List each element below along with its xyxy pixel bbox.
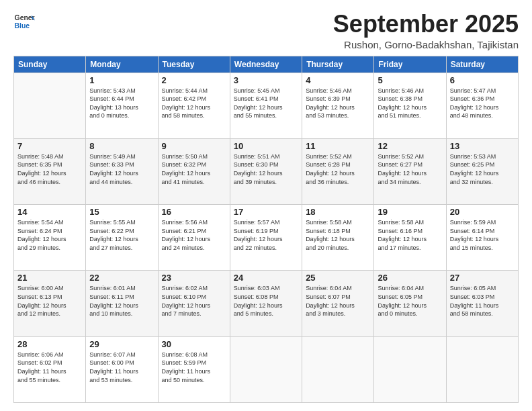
calendar-page: General Blue September 2025 Rushon, Gorn… (0, 0, 532, 411)
calendar-cell (374, 336, 446, 402)
calendar-cell: 22Sunrise: 6:01 AM Sunset: 6:11 PM Dayli… (86, 271, 158, 336)
day-info: Sunrise: 6:08 AM Sunset: 5:59 PM Dayligh… (162, 351, 226, 384)
logo-icon: General Blue (13, 11, 35, 32)
col-monday: Monday (86, 56, 158, 73)
day-number: 14 (17, 207, 82, 217)
calendar-cell: 18Sunrise: 5:58 AM Sunset: 6:18 PM Dayli… (302, 205, 374, 271)
day-info: Sunrise: 5:57 AM Sunset: 6:19 PM Dayligh… (234, 218, 298, 252)
calendar-cell: 20Sunrise: 5:59 AM Sunset: 6:14 PM Dayli… (446, 205, 518, 271)
calendar-cell: 8Sunrise: 5:49 AM Sunset: 6:33 PM Daylig… (86, 138, 158, 204)
col-saturday: Saturday (446, 56, 518, 73)
day-info: Sunrise: 6:00 AM Sunset: 6:13 PM Dayligh… (17, 284, 82, 318)
calendar-cell: 7Sunrise: 5:48 AM Sunset: 6:35 PM Daylig… (14, 138, 86, 204)
day-number: 29 (89, 339, 154, 349)
calendar-cell (230, 336, 302, 402)
location: Rushon, Gorno-Badakhshan, Tajikistan (333, 39, 519, 50)
day-number: 16 (162, 207, 226, 217)
calendar-week-3: 14Sunrise: 5:54 AM Sunset: 6:24 PM Dayli… (14, 205, 519, 271)
day-info: Sunrise: 5:52 AM Sunset: 6:28 PM Dayligh… (306, 152, 370, 186)
day-info: Sunrise: 5:45 AM Sunset: 6:41 PM Dayligh… (234, 87, 298, 120)
day-number: 2 (162, 75, 226, 85)
day-info: Sunrise: 5:56 AM Sunset: 6:21 PM Dayligh… (162, 218, 226, 252)
day-info: Sunrise: 6:01 AM Sunset: 6:11 PM Dayligh… (89, 284, 154, 318)
calendar-cell: 12Sunrise: 5:52 AM Sunset: 6:27 PM Dayli… (374, 138, 446, 204)
calendar-table: Sunday Monday Tuesday Wednesday Thursday… (13, 56, 519, 403)
day-number: 20 (450, 207, 515, 217)
month-title: September 2025 (333, 11, 519, 38)
calendar-cell: 16Sunrise: 5:56 AM Sunset: 6:21 PM Dayli… (158, 205, 230, 271)
col-thursday: Thursday (302, 56, 374, 73)
day-info: Sunrise: 5:43 AM Sunset: 6:44 PM Dayligh… (89, 87, 154, 120)
day-info: Sunrise: 6:04 AM Sunset: 6:05 PM Dayligh… (378, 284, 442, 318)
day-number: 22 (89, 273, 154, 283)
calendar-cell: 1Sunrise: 5:43 AM Sunset: 6:44 PM Daylig… (86, 73, 158, 138)
day-info: Sunrise: 6:07 AM Sunset: 6:00 PM Dayligh… (89, 351, 154, 384)
header-row: Sunday Monday Tuesday Wednesday Thursday… (14, 56, 519, 73)
calendar-week-4: 21Sunrise: 6:00 AM Sunset: 6:13 PM Dayli… (14, 271, 519, 336)
day-number: 7 (17, 141, 82, 151)
day-info: Sunrise: 6:02 AM Sunset: 6:10 PM Dayligh… (162, 284, 226, 318)
calendar-cell: 27Sunrise: 6:05 AM Sunset: 6:03 PM Dayli… (446, 271, 518, 336)
calendar-cell: 30Sunrise: 6:08 AM Sunset: 5:59 PM Dayli… (158, 336, 230, 402)
day-info: Sunrise: 5:49 AM Sunset: 6:33 PM Dayligh… (89, 152, 154, 186)
day-number: 12 (378, 141, 442, 151)
calendar-cell: 9Sunrise: 5:50 AM Sunset: 6:32 PM Daylig… (158, 138, 230, 204)
day-number: 15 (89, 207, 154, 217)
calendar-cell: 3Sunrise: 5:45 AM Sunset: 6:41 PM Daylig… (230, 73, 302, 138)
calendar-cell: 5Sunrise: 5:46 AM Sunset: 6:38 PM Daylig… (374, 73, 446, 138)
calendar-cell: 21Sunrise: 6:00 AM Sunset: 6:13 PM Dayli… (14, 271, 86, 336)
calendar-week-1: 1Sunrise: 5:43 AM Sunset: 6:44 PM Daylig… (14, 73, 519, 138)
day-number: 6 (450, 75, 515, 85)
col-friday: Friday (374, 56, 446, 73)
calendar-cell: 2Sunrise: 5:44 AM Sunset: 6:42 PM Daylig… (158, 73, 230, 138)
col-wednesday: Wednesday (230, 56, 302, 73)
calendar-cell: 10Sunrise: 5:51 AM Sunset: 6:30 PM Dayli… (230, 138, 302, 204)
calendar-cell (302, 336, 374, 402)
day-number: 10 (234, 141, 298, 151)
calendar-week-2: 7Sunrise: 5:48 AM Sunset: 6:35 PM Daylig… (14, 138, 519, 204)
title-block: September 2025 Rushon, Gorno-Badakhshan,… (333, 11, 519, 50)
day-info: Sunrise: 5:53 AM Sunset: 6:25 PM Dayligh… (450, 152, 515, 186)
day-info: Sunrise: 5:54 AM Sunset: 6:24 PM Dayligh… (17, 218, 82, 252)
day-number: 5 (378, 75, 442, 85)
day-number: 13 (450, 141, 515, 151)
day-number: 11 (306, 141, 370, 151)
calendar-cell: 15Sunrise: 5:55 AM Sunset: 6:22 PM Dayli… (86, 205, 158, 271)
calendar-cell: 26Sunrise: 6:04 AM Sunset: 6:05 PM Dayli… (374, 271, 446, 336)
calendar-cell: 29Sunrise: 6:07 AM Sunset: 6:00 PM Dayli… (86, 336, 158, 402)
day-number: 18 (306, 207, 370, 217)
logo: General Blue (13, 11, 35, 32)
calendar-cell (446, 336, 518, 402)
day-info: Sunrise: 5:46 AM Sunset: 6:38 PM Dayligh… (378, 87, 442, 120)
day-info: Sunrise: 5:55 AM Sunset: 6:22 PM Dayligh… (89, 218, 154, 252)
day-number: 4 (306, 75, 370, 85)
day-info: Sunrise: 5:44 AM Sunset: 6:42 PM Dayligh… (162, 87, 226, 120)
day-info: Sunrise: 6:03 AM Sunset: 6:08 PM Dayligh… (234, 284, 298, 318)
day-info: Sunrise: 5:52 AM Sunset: 6:27 PM Dayligh… (378, 152, 442, 186)
calendar-cell: 17Sunrise: 5:57 AM Sunset: 6:19 PM Dayli… (230, 205, 302, 271)
calendar-cell: 23Sunrise: 6:02 AM Sunset: 6:10 PM Dayli… (158, 271, 230, 336)
calendar-cell: 25Sunrise: 6:04 AM Sunset: 6:07 PM Dayli… (302, 271, 374, 336)
day-number: 23 (162, 273, 226, 283)
day-number: 30 (162, 339, 226, 349)
calendar-cell: 4Sunrise: 5:46 AM Sunset: 6:39 PM Daylig… (302, 73, 374, 138)
calendar-week-5: 28Sunrise: 6:06 AM Sunset: 6:02 PM Dayli… (14, 336, 519, 402)
day-number: 1 (89, 75, 154, 85)
day-number: 25 (306, 273, 370, 283)
day-number: 26 (378, 273, 442, 283)
day-info: Sunrise: 5:48 AM Sunset: 6:35 PM Dayligh… (17, 152, 82, 186)
day-info: Sunrise: 5:50 AM Sunset: 6:32 PM Dayligh… (162, 152, 226, 186)
day-number: 3 (234, 75, 298, 85)
day-info: Sunrise: 6:04 AM Sunset: 6:07 PM Dayligh… (306, 284, 370, 318)
calendar-cell: 24Sunrise: 6:03 AM Sunset: 6:08 PM Dayli… (230, 271, 302, 336)
calendar-cell: 11Sunrise: 5:52 AM Sunset: 6:28 PM Dayli… (302, 138, 374, 204)
day-info: Sunrise: 6:05 AM Sunset: 6:03 PM Dayligh… (450, 284, 515, 318)
svg-text:Blue: Blue (15, 22, 30, 30)
calendar-cell: 13Sunrise: 5:53 AM Sunset: 6:25 PM Dayli… (446, 138, 518, 204)
day-info: Sunrise: 5:46 AM Sunset: 6:39 PM Dayligh… (306, 87, 370, 120)
day-number: 8 (89, 141, 154, 151)
day-number: 17 (234, 207, 298, 217)
col-sunday: Sunday (14, 56, 86, 73)
day-info: Sunrise: 5:58 AM Sunset: 6:16 PM Dayligh… (378, 218, 442, 252)
calendar-cell: 14Sunrise: 5:54 AM Sunset: 6:24 PM Dayli… (14, 205, 86, 271)
